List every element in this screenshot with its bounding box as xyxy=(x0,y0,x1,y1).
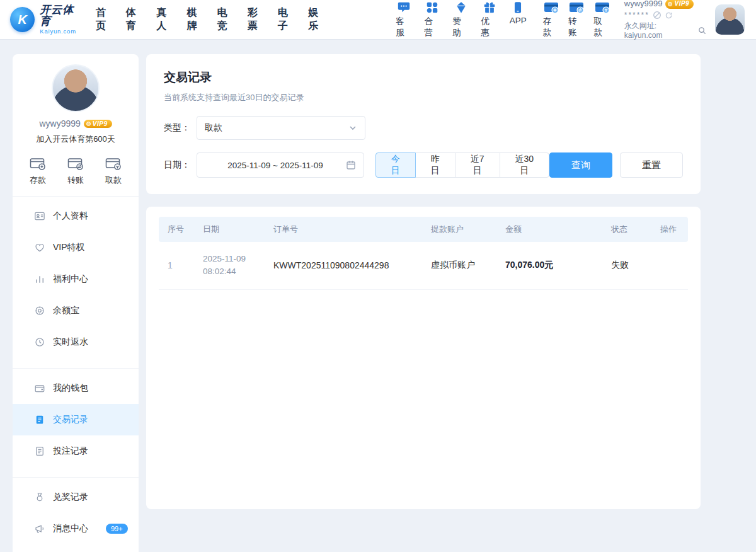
row-date: 2025-11-09 xyxy=(203,253,256,265)
unread-count-badge: 99+ xyxy=(106,524,128,534)
id-card-icon xyxy=(34,210,45,222)
user-meta: wywy9999 VIP9 ****** 永久网址: kaiyun.com xyxy=(624,0,706,40)
eye-off-icon[interactable] xyxy=(653,11,662,20)
vault-icon xyxy=(34,305,45,316)
col-status: 状态 xyxy=(602,217,651,242)
logo-icon: K xyxy=(10,7,35,32)
records-table: 序号 日期 订单号 提款账户 金额 状态 操作 1 2025-11-09 xyxy=(159,217,688,290)
nav-home[interactable]: 首页 xyxy=(96,6,115,33)
vip-badge: VIP9 xyxy=(84,120,112,128)
deposit-card-icon xyxy=(543,1,559,14)
brand-name: 开云体育 xyxy=(40,4,84,27)
avatar[interactable] xyxy=(715,4,745,35)
quick-link-sponsor[interactable]: 赞助 xyxy=(453,1,469,38)
chevron-down-icon xyxy=(348,124,357,132)
row-status: 失败 xyxy=(602,242,651,289)
brand-domain: Kaiyun.com xyxy=(40,28,84,35)
wallet-link-label: 存款 xyxy=(543,16,559,38)
quick-link-label: 客服 xyxy=(396,16,412,38)
main-column: 交易记录 当前系统支持查询最近30日的交易记录 类型： 取款 日期： 2025-… xyxy=(146,54,701,552)
nav-esports[interactable]: 电竞 xyxy=(217,6,237,33)
wallet-links: 存款 转账 取款 xyxy=(543,1,610,38)
menu-label: 投注记录 xyxy=(53,446,88,457)
row-account: 虚拟币账户 xyxy=(422,242,496,289)
quick-link-label: 赞助 xyxy=(453,16,469,38)
sidebar-deposit-button[interactable]: 存款 xyxy=(29,156,47,186)
quick-link-app[interactable]: APP xyxy=(510,1,527,38)
quick-link-label: 合营 xyxy=(424,16,440,38)
col-account: 提款账户 xyxy=(422,217,496,242)
sidebar-transfer-button[interactable]: 转账 xyxy=(67,156,84,186)
menu-label: 交易记录 xyxy=(53,414,88,425)
quick-link-affiliate[interactable]: 合营 xyxy=(424,1,440,38)
type-select-value: 取款 xyxy=(205,122,348,134)
menu-label: 个人资料 xyxy=(53,210,88,222)
range-30days-button[interactable]: 近30日 xyxy=(500,152,550,178)
clock-icon xyxy=(34,336,45,348)
quick-link-label: APP xyxy=(510,16,527,25)
range-yesterday-button[interactable]: 昨日 xyxy=(415,152,455,178)
sidebar-item-rebate[interactable]: 实时返水 xyxy=(13,326,139,358)
sidebar-item-messages[interactable]: 消息中心 99+ xyxy=(13,513,139,544)
document-icon xyxy=(34,414,45,425)
brand-logo[interactable]: K 开云体育 Kaiyun.com xyxy=(10,4,84,35)
range-today-button[interactable]: 今日 xyxy=(375,152,416,178)
username: wywy9999 xyxy=(39,118,80,129)
withdraw-card-icon xyxy=(105,156,122,171)
col-order-no: 订单号 xyxy=(265,217,422,242)
shortcut-label: 存款 xyxy=(30,175,46,186)
date-range-value: 2025-11-09 ~ 2025-11-09 xyxy=(205,161,346,170)
sidebar-item-vip[interactable]: VIP特权 xyxy=(13,232,139,263)
search-icon[interactable] xyxy=(698,26,706,35)
nav-lottery[interactable]: 彩票 xyxy=(248,6,267,33)
search-button[interactable]: 查询 xyxy=(549,152,612,178)
sidebar-item-benefits[interactable]: 福利中心 xyxy=(13,263,139,295)
permanent-url[interactable]: 永久网址: kaiyun.com xyxy=(624,21,696,40)
nav-slots[interactable]: 电子 xyxy=(278,6,297,33)
sidebar-item-bets[interactable]: 投注记录 xyxy=(13,435,139,467)
sidebar-item-wallet[interactable]: 我的钱包 xyxy=(13,372,139,404)
row-index: 1 xyxy=(159,242,194,289)
sidebar-item-yuebao[interactable]: 余额宝 xyxy=(13,295,139,326)
row-amount: 70,076.00元 xyxy=(496,242,602,289)
calendar-icon xyxy=(346,160,356,170)
range-7days-button[interactable]: 近7日 xyxy=(455,152,500,178)
page-subtitle: 当前系统支持查询最近30日的交易记录 xyxy=(164,92,683,103)
row-action xyxy=(651,242,688,289)
sidebar: wywy9999 VIP9 加入开云体育第600天 存款 转账 取 xyxy=(13,54,139,552)
header-withdraw-button[interactable]: 取款 xyxy=(593,1,610,38)
mobile-app-icon xyxy=(511,1,525,14)
menu-label: 福利中心 xyxy=(53,273,88,285)
type-select[interactable]: 取款 xyxy=(197,116,365,140)
refresh-icon[interactable] xyxy=(665,11,673,20)
nav-chess[interactable]: 棋牌 xyxy=(186,6,206,33)
records-table-card: 序号 日期 订单号 提款账户 金额 状态 操作 1 2025-11-09 xyxy=(146,207,701,509)
menu-label: 消息中心 xyxy=(53,523,88,534)
sidebar-item-rewards[interactable]: 兑奖记录 xyxy=(13,481,139,513)
header-transfer-button[interactable]: 转账 xyxy=(568,1,585,38)
nav-live[interactable]: 真人 xyxy=(156,6,176,33)
bar-chart-icon xyxy=(34,273,45,285)
quick-link-customer-service[interactable]: 客服 xyxy=(396,1,412,38)
sidebar-item-profile[interactable]: 个人资料 xyxy=(13,200,139,232)
menu-label: 我的钱包 xyxy=(53,382,88,394)
col-index: 序号 xyxy=(159,217,194,242)
date-range-input[interactable]: 2025-11-09 ~ 2025-11-09 xyxy=(197,152,364,178)
nav-entertainment[interactable]: 娱乐 xyxy=(308,6,328,33)
sidebar-withdraw-button[interactable]: 取款 xyxy=(105,156,122,186)
menu-label: VIP特权 xyxy=(53,242,85,253)
sidebar-item-transactions[interactable]: 交易记录 xyxy=(13,404,139,435)
join-days-text: 加入开云体育第600天 xyxy=(13,134,139,145)
table-header-row: 序号 日期 订单号 提款账户 金额 状态 操作 xyxy=(159,217,688,242)
vip-crown-icon xyxy=(668,2,672,6)
quick-range-group: 今日 昨日 近7日 近30日 xyxy=(375,152,549,178)
header-deposit-button[interactable]: 存款 xyxy=(543,1,559,38)
nav-sports[interactable]: 体育 xyxy=(126,6,146,33)
reset-button[interactable]: 重置 xyxy=(620,152,683,178)
avatar[interactable] xyxy=(52,64,100,112)
menu-label: 实时返水 xyxy=(53,336,88,348)
wallet-link-label: 取款 xyxy=(593,16,610,38)
quick-link-promotions[interactable]: 优惠 xyxy=(481,1,498,38)
megaphone-icon xyxy=(34,523,45,534)
row-datetime: 2025-11-09 08:02:44 xyxy=(194,242,265,289)
